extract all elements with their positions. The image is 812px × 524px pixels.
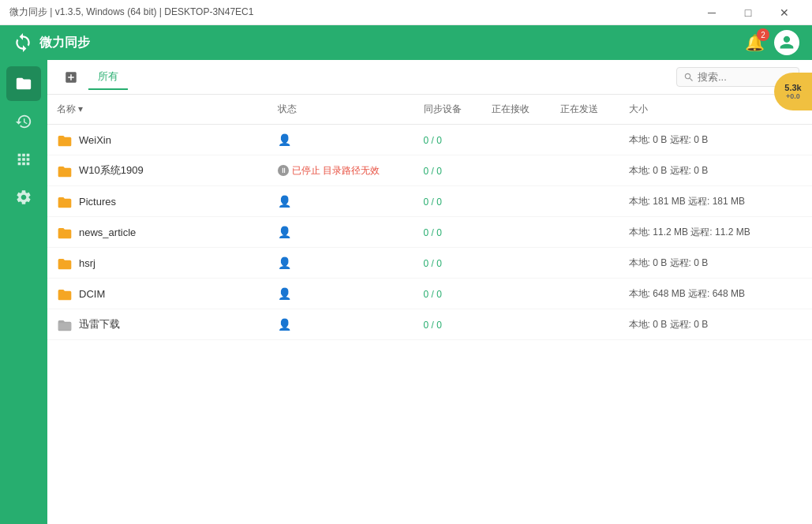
cell-sync: 0 / 0 [414, 217, 483, 248]
col-size: 大小 [619, 95, 788, 125]
notification-badge: 2 [757, 28, 769, 41]
rate-change: +0.0 [786, 92, 800, 100]
row-name: news_article [79, 226, 136, 238]
table-row: DCIM 👤0 / 0本地: 648 MB 远程: 648 MB [47, 279, 812, 309]
avatar-button[interactable] [774, 30, 799, 55]
cell-name: WeiXin [47, 125, 268, 155]
cell-extra [788, 248, 812, 279]
rate-value: 5.3k [784, 83, 801, 92]
sidebar-item-history[interactable] [6, 104, 41, 139]
left-sidebar [0, 60, 47, 524]
cell-sending [551, 217, 619, 248]
cell-status: 👤 [268, 186, 414, 217]
cell-name: hsrj [47, 248, 268, 279]
cell-extra [788, 217, 812, 248]
cell-sync: 0 / 0 [414, 279, 483, 309]
cell-status: ⏸ 已停止 目录路径无效 [268, 155, 414, 186]
files-icon [15, 75, 32, 92]
cell-extra [788, 309, 812, 340]
cell-sending [551, 155, 619, 186]
tab-all[interactable]: 所有 [88, 65, 128, 90]
transfer-rate-badge[interactable]: 5.3k +0.0 [774, 73, 812, 110]
row-name: hsrj [79, 257, 95, 269]
folder-icon [57, 163, 73, 178]
cell-status: 👤 [268, 309, 414, 340]
folder-icon [57, 317, 73, 331]
folder-icon [57, 286, 73, 301]
cell-name: Pictures [47, 186, 268, 217]
sidebar-item-files[interactable] [6, 66, 41, 101]
cell-sync: 0 / 0 [414, 309, 483, 340]
cell-sync: 0 / 0 [414, 155, 483, 186]
table-row: Pictures 👤0 / 0本地: 181 MB 远程: 181 MB [47, 186, 812, 217]
sync-icon [13, 32, 33, 53]
row-name: WeiXin [79, 134, 111, 146]
cell-size: 本地: 648 MB 远程: 648 MB [619, 279, 788, 309]
maximize-button[interactable]: □ [730, 0, 766, 25]
search-icon [683, 72, 694, 83]
cell-receiving [482, 125, 551, 155]
cell-sending [551, 309, 619, 340]
minimize-button[interactable]: ─ [694, 0, 730, 25]
table-header-row: 名称 ▾ 状态 同步设备 正在接收 正在发送 大小 [47, 95, 812, 125]
main-content: 所有 [47, 60, 812, 524]
bell-button[interactable]: 🔔 2 [745, 33, 765, 52]
avatar-icon [779, 35, 795, 51]
tabbar-right [134, 67, 799, 87]
table-row: hsrj 👤0 / 0本地: 0 B 远程: 0 B [47, 248, 812, 279]
cell-receiving [482, 309, 551, 340]
close-button[interactable]: ✕ [766, 0, 803, 25]
row-name: 迅雷下载 [79, 317, 120, 331]
cell-size: 本地: 181 MB 远程: 181 MB [619, 186, 788, 217]
cell-receiving [482, 155, 551, 186]
grid-icon [15, 151, 32, 168]
cell-size: 本地: 0 B 远程: 0 B [619, 125, 788, 155]
row-name: W10系统1909 [79, 163, 144, 178]
cell-status: 👤 [268, 217, 414, 248]
sidebar-item-settings[interactable] [6, 180, 41, 215]
table-row: WeiXin 👤0 / 0本地: 0 B 远程: 0 B [47, 125, 812, 155]
col-sync-device: 同步设备 [414, 95, 483, 125]
col-sending: 正在发送 [551, 95, 619, 125]
sidebar-item-grid[interactable] [6, 142, 41, 177]
folder-icon [57, 194, 73, 208]
cell-name: 迅雷下载 [47, 309, 268, 340]
cell-name: W10系统1909 [47, 155, 268, 186]
table-wrap: 名称 ▾ 状态 同步设备 正在接收 正在发送 大小 [47, 95, 812, 524]
row-name: Pictures [79, 196, 116, 208]
cell-size: 本地: 0 B 远程: 0 B [619, 309, 788, 340]
cell-name: news_article [47, 217, 268, 248]
logo-text: 微力同步 [39, 35, 90, 51]
cell-extra [788, 186, 812, 217]
cell-receiving [482, 248, 551, 279]
add-sync-button[interactable] [60, 66, 82, 88]
row-name: DCIM [79, 288, 105, 300]
tabbar: 所有 [47, 60, 812, 95]
table-row: news_article 👤0 / 0本地: 11.2 MB 远程: 11.2 … [47, 217, 812, 248]
col-status: 状态 [268, 95, 414, 125]
col-name: 名称 ▾ [47, 95, 268, 125]
cell-sending [551, 279, 619, 309]
folder-icon [57, 133, 73, 147]
cell-receiving [482, 217, 551, 248]
cell-size: 本地: 0 B 远程: 0 B [619, 155, 788, 186]
cell-extra [788, 155, 812, 186]
titlebar-controls: ─ □ ✕ [694, 0, 803, 25]
header-right: 🔔 2 [745, 30, 799, 55]
cell-sync: 0 / 0 [414, 125, 483, 155]
table-row: W10系统1909 ⏸ 已停止 目录路径无效 0 / 0本地: 0 B 远程: … [47, 155, 812, 186]
cell-sync: 0 / 0 [414, 186, 483, 217]
col-receiving: 正在接收 [482, 95, 551, 125]
cell-extra [788, 279, 812, 309]
settings-icon [15, 189, 32, 206]
cell-name: DCIM [47, 279, 268, 309]
app-header: 微力同步 🔔 2 [0, 25, 812, 60]
cell-extra [788, 125, 812, 155]
cell-sync: 0 / 0 [414, 248, 483, 279]
cell-size: 本地: 11.2 MB 远程: 11.2 MB [619, 217, 788, 248]
folder-icon [57, 225, 73, 239]
table-row: 迅雷下载 👤0 / 0本地: 0 B 远程: 0 B [47, 309, 812, 340]
cell-receiving [482, 279, 551, 309]
cell-size: 本地: 0 B 远程: 0 B [619, 248, 788, 279]
titlebar: 微力同步 | v1.3.5, Windows (64 bit) | DESKTO… [0, 0, 812, 25]
